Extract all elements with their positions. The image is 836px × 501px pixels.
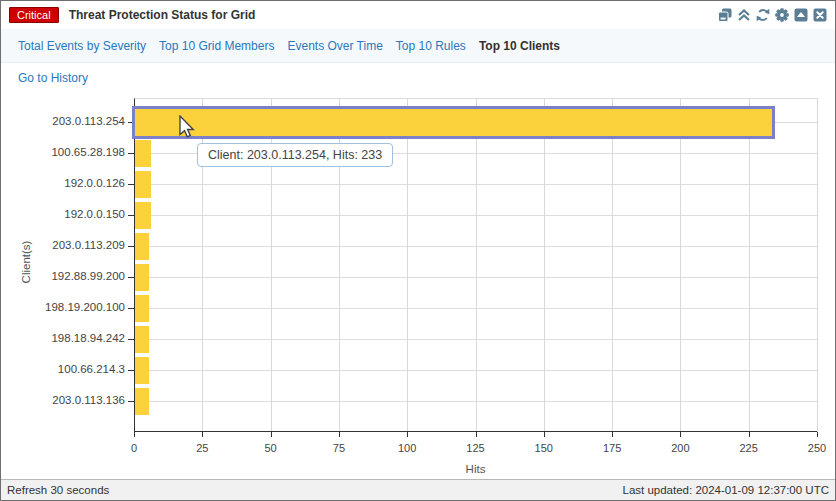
x-tick: [817, 432, 818, 437]
x-tick: [202, 432, 203, 437]
chart-bar[interactable]: [135, 357, 149, 384]
x-axis-tick-label: 25: [182, 442, 222, 454]
widget-title: Threat Protection Status for Grid: [69, 8, 256, 22]
y-axis-label: 203.0.113.209: [1, 239, 125, 251]
x-axis-tick-label: 225: [729, 442, 769, 454]
mouse-cursor: [177, 115, 199, 141]
settings-button[interactable]: [774, 7, 790, 23]
refresh-icon: [756, 8, 770, 22]
y-tick: [128, 184, 134, 185]
y-tick: [128, 215, 134, 216]
restore-button[interactable]: [717, 7, 733, 23]
y-axis-label: 198.18.94.242: [1, 332, 125, 344]
chart-bar[interactable]: [135, 202, 151, 229]
last-updated: Last updated: 2024-01-09 12:37:00 UTC: [622, 484, 829, 496]
y-gridline: [135, 184, 817, 185]
x-axis-tick-label: 250: [797, 442, 836, 454]
y-axis-title: Client(s): [20, 240, 32, 283]
y-gridline: [135, 122, 817, 123]
x-tick: [749, 432, 750, 437]
x-gridline: [612, 98, 613, 432]
chart-bar[interactable]: [135, 140, 151, 167]
x-axis-tick-label: 100: [387, 442, 427, 454]
x-gridline: [749, 98, 750, 432]
chart-tooltip: Client: 203.0.113.254, Hits: 233: [197, 143, 393, 167]
x-axis-tick-label: 50: [251, 442, 291, 454]
collapse-icon: [737, 8, 751, 22]
y-axis-label: 100.65.28.198: [1, 146, 125, 158]
y-axis-label: 198.19.200.100: [1, 301, 125, 313]
tab-events-over-time[interactable]: Events Over Time: [287, 39, 382, 53]
y-tick: [128, 339, 134, 340]
tab-top-10-rules[interactable]: Top 10 Rules: [396, 39, 466, 53]
x-axis-title: Hits: [134, 463, 817, 475]
y-axis-label: 192.88.99.200: [1, 270, 125, 282]
close-icon: [813, 8, 827, 22]
widget-header: Critical Threat Protection Status for Gr…: [1, 1, 835, 30]
y-axis-label: 192.0.0.126: [1, 177, 125, 189]
y-tick: [128, 153, 134, 154]
x-axis-tick-label: 125: [456, 442, 496, 454]
y-gridline: [135, 246, 817, 247]
y-axis-label: 100.66.214.3: [1, 363, 125, 375]
x-tick: [476, 432, 477, 437]
x-tick: [339, 432, 340, 437]
y-gridline: [135, 339, 817, 340]
x-gridline: [476, 98, 477, 432]
x-tick: [134, 432, 135, 437]
tab-top-10-clients[interactable]: Top 10 Clients: [479, 39, 560, 53]
x-gridline: [680, 98, 681, 432]
x-tick: [407, 432, 408, 437]
go-to-history-link[interactable]: Go to History: [18, 71, 88, 85]
y-gridline: [135, 308, 817, 309]
content-area: Go to History 203.0.113.254100.65.28.198…: [1, 63, 835, 479]
y-axis-label: 203.0.113.136: [1, 394, 125, 406]
x-tick: [271, 432, 272, 437]
x-axis-tick-label: 75: [319, 442, 359, 454]
y-gridline: [135, 370, 817, 371]
tab-bar: Total Events by SeverityTop 10 Grid Memb…: [1, 29, 835, 63]
status-bar: Refresh 30 seconds Last updated: 2024-01…: [1, 479, 835, 500]
tab-total-events-by-severity[interactable]: Total Events by Severity: [18, 39, 146, 53]
x-tick: [612, 432, 613, 437]
gear-icon: [775, 8, 789, 22]
chart-bar-selected[interactable]: [132, 106, 775, 139]
x-tick: [544, 432, 545, 437]
y-tick: [128, 401, 134, 402]
threat-protection-widget: Critical Threat Protection Status for Gr…: [0, 0, 836, 501]
chart-bar[interactable]: [135, 233, 149, 260]
chart-bar[interactable]: [135, 171, 151, 198]
y-tick: [128, 370, 134, 371]
y-tick: [128, 246, 134, 247]
maximize-button[interactable]: [793, 7, 809, 23]
x-axis-tick-label: 200: [660, 442, 700, 454]
y-gridline: [135, 401, 817, 402]
y-tick: [128, 122, 134, 123]
x-gridline: [544, 98, 545, 432]
collapse-button[interactable]: [736, 7, 752, 23]
chart-bar[interactable]: [135, 295, 149, 322]
close-button[interactable]: [812, 7, 828, 23]
x-axis-tick-label: 150: [524, 442, 564, 454]
y-axis-label: 192.0.0.150: [1, 208, 125, 220]
maximize-icon: [794, 8, 808, 22]
y-axis-label: 203.0.113.254: [1, 115, 125, 127]
y-tick: [128, 277, 134, 278]
x-gridline: [407, 98, 408, 432]
restore-icon: [718, 8, 732, 22]
x-axis-tick-label: 0: [114, 442, 154, 454]
x-tick: [680, 432, 681, 437]
y-tick: [128, 308, 134, 309]
top-10-clients-chart: 203.0.113.254100.65.28.198192.0.0.126192…: [1, 1, 835, 501]
y-gridline: [135, 277, 817, 278]
chart-bar[interactable]: [135, 326, 149, 353]
tab-top-10-grid-members[interactable]: Top 10 Grid Members: [159, 39, 274, 53]
x-gridline: [817, 98, 818, 432]
y-gridline: [135, 215, 817, 216]
x-axis-tick-label: 175: [592, 442, 632, 454]
window-controls: [717, 7, 828, 23]
refresh-button[interactable]: [755, 7, 771, 23]
chart-bar[interactable]: [135, 388, 149, 415]
chart-bar[interactable]: [135, 264, 149, 291]
severity-badge: Critical: [9, 7, 59, 23]
